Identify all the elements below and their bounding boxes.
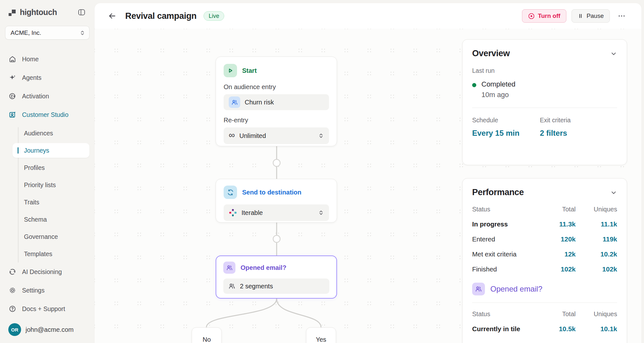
- overview-title: Overview: [472, 49, 610, 58]
- row-uniques: 11.1k: [576, 220, 617, 228]
- performance-table: Status Total Uniques In progress 11.3k 1…: [472, 206, 617, 273]
- account-menu[interactable]: OR john@acme.com: [5, 322, 89, 337]
- sidebar-item-agents[interactable]: Agents: [5, 70, 89, 86]
- destination-select[interactable]: Iterable: [224, 204, 329, 221]
- table-header-row: Status Total Uniques: [472, 206, 617, 213]
- table-header-row: Status Total Uniques: [472, 310, 617, 318]
- gear-icon: [8, 286, 17, 294]
- chevron-down-icon[interactable]: [610, 50, 617, 57]
- infinity-icon: ∞: [229, 131, 235, 140]
- schedule-value-link[interactable]: Every 15 min: [472, 129, 540, 138]
- last-run-label: Last run: [472, 67, 617, 74]
- chevron-up-down-icon: [80, 30, 85, 36]
- node-title: Send to destination: [242, 189, 302, 196]
- avatar: OR: [8, 323, 21, 336]
- sub-item-label: Traits: [24, 199, 39, 206]
- entry-label: On audience entry: [224, 83, 329, 91]
- node-title: Opened email?: [241, 264, 286, 271]
- stop-octagon-icon: [528, 13, 535, 19]
- branch-yes-node[interactable]: Yes: [306, 327, 336, 343]
- sidebar-item-templates[interactable]: Templates: [12, 247, 89, 261]
- node-send-to-destination[interactable]: Send to destination Iterable: [216, 179, 337, 223]
- performance-title: Performance: [472, 187, 610, 197]
- sidebar: hightouch ACME, Inc. Home Agents Act: [0, 0, 95, 343]
- chevron-down-icon[interactable]: [610, 189, 617, 196]
- segments-chip[interactable]: 2 segments: [223, 278, 329, 294]
- divider: [472, 108, 617, 108]
- customer-studio-subnav: Audiences Journeys Profiles Priority lis…: [12, 126, 89, 264]
- branch-no-node[interactable]: No: [192, 327, 222, 343]
- row-total: 102k: [540, 265, 576, 273]
- sidebar-item-home[interactable]: Home: [5, 51, 89, 67]
- sidebar-item-label: Customer Studio: [22, 111, 68, 118]
- sidebar-item-docs-support[interactable]: Docs + Support: [5, 301, 89, 317]
- iterable-logo-icon: [229, 209, 237, 217]
- sub-item-label: Profiles: [24, 164, 45, 172]
- green-dot-icon: [472, 83, 476, 87]
- col-status: Status: [472, 206, 540, 213]
- exit-criteria-link[interactable]: 2 filters: [540, 129, 571, 138]
- row-label: Currently in tile: [472, 325, 540, 333]
- back-arrow-icon[interactable]: [107, 11, 118, 21]
- logo-row: hightouch: [5, 5, 89, 18]
- tile-performance-header[interactable]: Opened email?: [472, 283, 617, 295]
- sidebar-item-schema[interactable]: Schema: [12, 212, 89, 227]
- secondary-nav: AI Decisioning Settings Docs + Support O…: [5, 264, 89, 337]
- customer-studio-icon: [8, 111, 17, 118]
- tile-title: Opened email?: [490, 285, 542, 293]
- sidebar-item-customer-studio[interactable]: Customer Studio: [5, 107, 89, 123]
- pause-icon: [578, 13, 583, 19]
- question-circle-icon: [8, 305, 17, 313]
- destination-value: Iterable: [241, 209, 263, 217]
- reentry-value: Unlimited: [239, 132, 266, 140]
- more-menu-icon[interactable]: [616, 10, 628, 22]
- sidebar-item-journeys[interactable]: Journeys: [12, 143, 89, 158]
- node-start[interactable]: Start On audience entry Churn risk Re-en…: [216, 57, 337, 146]
- workspace-switcher[interactable]: ACME, Inc.: [5, 26, 89, 40]
- table-row: In progress 11.3k 11.1k: [472, 220, 617, 228]
- turn-off-button[interactable]: Turn off: [522, 9, 566, 23]
- row-uniques: 10.2k: [576, 250, 617, 258]
- sidebar-item-profiles[interactable]: Profiles: [12, 160, 89, 175]
- divider: [472, 302, 617, 303]
- sub-item-label: Schema: [24, 216, 47, 223]
- main-content: Revival campaign Live Turn off Pause: [95, 3, 641, 343]
- reentry-select[interactable]: ∞ Unlimited: [224, 127, 329, 144]
- primary-nav: Home Agents Activation Customer Studio A…: [5, 51, 89, 264]
- segments-users-icon: [223, 262, 235, 274]
- audience-chip[interactable]: Churn risk: [224, 94, 329, 110]
- node-opened-email[interactable]: Opened email? 2 segments: [216, 255, 337, 299]
- sidebar-item-audiences[interactable]: Audiences: [12, 126, 89, 141]
- overview-card: Overview Last run Completed 10m ago Sche…: [462, 39, 627, 165]
- sidebar-item-label: Agents: [22, 74, 42, 81]
- sidebar-item-governance[interactable]: Governance: [12, 229, 89, 244]
- sidebar-item-settings[interactable]: Settings: [5, 282, 89, 298]
- turn-off-label: Turn off: [538, 12, 560, 19]
- sidebar-collapse-icon[interactable]: [76, 7, 87, 18]
- run-time-text: 10m ago: [481, 91, 515, 99]
- ai-decisioning-icon: [8, 268, 17, 276]
- table-row: Met exit criteria 12k 10.2k: [472, 250, 617, 258]
- pause-button[interactable]: Pause: [571, 9, 610, 23]
- table-row: Finished 102k 102k: [472, 265, 617, 273]
- sidebar-item-label: Docs + Support: [22, 305, 65, 313]
- reentry-label: Re-entry: [224, 117, 329, 124]
- status-badge: Live: [203, 11, 224, 21]
- sub-item-label: Journeys: [24, 147, 49, 154]
- sync-arrows-icon: [224, 186, 237, 199]
- sidebar-item-priority-lists[interactable]: Priority lists: [12, 178, 89, 192]
- sidebar-item-traits[interactable]: Traits: [12, 195, 89, 210]
- audience-users-icon: [229, 96, 240, 108]
- page-header: Revival campaign Live Turn off Pause: [95, 3, 641, 29]
- row-label: Finished: [472, 265, 540, 273]
- sidebar-item-ai-decisioning[interactable]: AI Decisioning: [5, 264, 89, 280]
- activation-icon: [8, 92, 17, 100]
- col-total: Total: [540, 206, 576, 213]
- sidebar-item-activation[interactable]: Activation: [5, 88, 89, 104]
- tile-table: Status Total Uniques Currently in tile 1…: [472, 310, 617, 333]
- last-run-status: Completed 10m ago: [472, 80, 617, 99]
- hightouch-logo-icon: [8, 8, 17, 17]
- row-uniques: 102k: [576, 265, 617, 273]
- segments-users-icon: [472, 283, 485, 295]
- sub-item-label: Templates: [24, 250, 52, 258]
